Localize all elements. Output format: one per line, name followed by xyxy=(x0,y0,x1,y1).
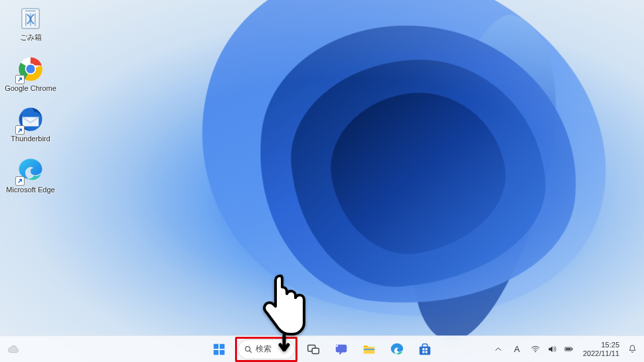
svg-rect-23 xyxy=(572,348,572,350)
wallpaper-vignette xyxy=(0,0,644,362)
svg-rect-17 xyxy=(422,348,424,350)
taskbar-app-edge[interactable] xyxy=(385,339,409,360)
desktop-icon-label: Thunderbird xyxy=(11,135,50,143)
edge-icon xyxy=(17,156,44,184)
svg-rect-24 xyxy=(566,348,571,350)
edge-icon xyxy=(390,342,404,357)
volume-icon xyxy=(547,344,557,354)
ime-mode-label: A xyxy=(514,344,520,354)
chrome-icon xyxy=(17,55,44,83)
desktop-icon-recyclebin[interactable]: ごみ箱 xyxy=(4,4,57,42)
svg-rect-15 xyxy=(364,349,375,350)
desktop-icon-edge[interactable]: Microsoft Edge xyxy=(4,156,57,194)
desktop-icon-label: ごみ箱 xyxy=(20,33,42,42)
svg-rect-7 xyxy=(220,343,224,348)
svg-point-21 xyxy=(535,351,536,352)
desktop-icon-thunderbird[interactable]: Thunderbird xyxy=(4,105,57,143)
clock-button[interactable]: 15:25 2022/11/11 xyxy=(580,339,622,360)
recyclebin-icon xyxy=(17,4,44,32)
start-button[interactable] xyxy=(207,339,231,360)
svg-rect-20 xyxy=(426,351,428,353)
file-explorer-button[interactable] xyxy=(357,339,381,360)
desktop[interactable]: ごみ箱 Google Chrome xyxy=(0,0,644,362)
desktop-icon-label: Microsoft Edge xyxy=(6,186,54,194)
taskbar-app-store[interactable] xyxy=(413,339,437,360)
thunderbird-icon xyxy=(17,105,44,133)
store-icon xyxy=(418,342,432,357)
tray-time: 15:25 xyxy=(583,341,619,349)
folder-icon xyxy=(362,342,376,357)
shortcut-badge-icon xyxy=(15,125,25,135)
instruction-highlight: 検索 xyxy=(235,337,297,362)
tray-date: 2022/11/11 xyxy=(583,349,619,358)
widgets-button[interactable] xyxy=(0,339,29,360)
svg-rect-8 xyxy=(214,349,218,354)
ime-indicator[interactable]: A xyxy=(510,339,524,360)
battery-icon xyxy=(564,344,574,354)
chat-button[interactable] xyxy=(329,339,353,360)
task-view-button[interactable] xyxy=(301,339,325,360)
svg-rect-18 xyxy=(426,348,428,350)
desktop-icon-chrome[interactable]: Google Chrome xyxy=(4,55,57,93)
svg-rect-12 xyxy=(312,348,319,353)
windows-icon xyxy=(212,342,226,357)
taskbar: 検索 xyxy=(0,335,644,362)
taskbar-search-placeholder: 検索 xyxy=(256,343,272,355)
tray-overflow-button[interactable] xyxy=(489,339,507,360)
svg-rect-9 xyxy=(220,349,224,354)
wifi-icon xyxy=(530,344,540,354)
bell-icon xyxy=(627,344,637,354)
svg-rect-19 xyxy=(422,351,424,353)
notifications-button[interactable] xyxy=(625,339,640,360)
search-icon xyxy=(244,345,253,354)
quick-settings-button[interactable] xyxy=(526,339,578,360)
shortcut-badge-icon xyxy=(15,176,25,186)
shortcut-badge-icon xyxy=(15,75,25,84)
weather-icon xyxy=(7,342,21,357)
taskbar-search[interactable]: 検索 xyxy=(238,339,295,359)
desktop-icon-label: Google Chrome xyxy=(5,84,56,93)
task-view-icon xyxy=(306,342,321,357)
svg-point-4 xyxy=(26,64,35,73)
chevron-up-icon xyxy=(493,344,503,354)
svg-rect-16 xyxy=(420,346,431,355)
chat-icon xyxy=(334,342,349,357)
desktop-icons: ごみ箱 Google Chrome xyxy=(4,4,57,194)
system-tray: A 15:25 2022/11/11 xyxy=(489,336,640,363)
svg-rect-6 xyxy=(214,343,218,348)
